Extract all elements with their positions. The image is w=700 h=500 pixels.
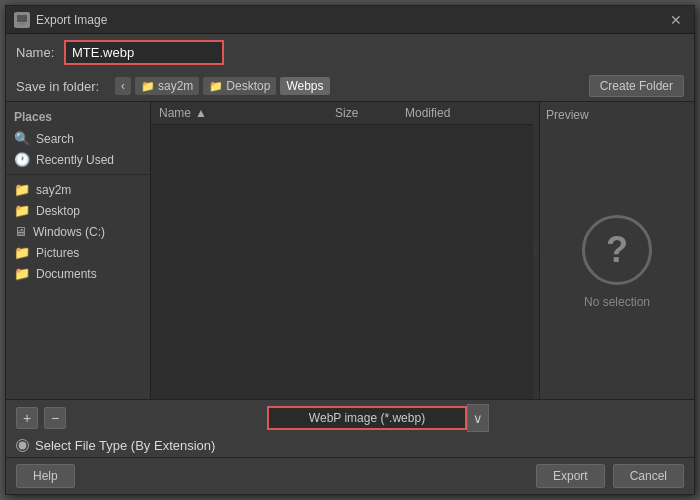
dialog-title: Export Image (36, 13, 107, 27)
breadcrumb-say2m-label: say2m (158, 79, 193, 93)
svg-rect-1 (17, 15, 27, 22)
sidebar-item-pictures-label: Pictures (36, 246, 79, 260)
sidebar-item-documents-label: Documents (36, 267, 97, 281)
main-area: Places 🔍 Search 🕐 Recently Used 📁 say2m … (6, 101, 694, 399)
folder-row: Save in folder: ‹ 📁 say2m 📁 Desktop Webp… (6, 71, 694, 101)
sidebar-item-search[interactable]: 🔍 Search (6, 128, 150, 149)
breadcrumb-desktop[interactable]: 📁 Desktop (203, 77, 276, 95)
sidebar-item-recently-used[interactable]: 🕐 Recently Used (6, 149, 150, 170)
app-icon (14, 12, 30, 28)
folder-icon: 📁 (209, 80, 223, 93)
sidebar-item-documents[interactable]: 📁 Documents (6, 263, 150, 284)
filename-input[interactable] (64, 40, 224, 65)
sort-asc-icon: ▲ (195, 106, 207, 120)
filetype-input[interactable] (267, 406, 467, 430)
footer-row: Help Export Cancel (6, 457, 694, 494)
remove-place-button[interactable]: − (44, 407, 66, 429)
sidebar: Places 🔍 Search 🕐 Recently Used 📁 say2m … (6, 102, 151, 399)
search-icon: 🔍 (14, 131, 30, 146)
filetype-selector: ∨ (72, 404, 684, 432)
file-area: Name ▲ Size Modified (151, 102, 533, 399)
sidebar-item-search-label: Search (36, 132, 74, 146)
sidebar-item-windows-c[interactable]: 🖥 Windows (C:) (6, 221, 150, 242)
no-selection-label: No selection (584, 295, 650, 309)
sidebar-header: Places (6, 108, 150, 128)
create-folder-button[interactable]: Create Folder (589, 75, 684, 97)
preview-placeholder-icon: ? (582, 215, 652, 285)
sidebar-divider (6, 174, 150, 175)
name-label: Name: (16, 45, 56, 60)
select-file-type-radio[interactable] (16, 439, 29, 452)
titlebar: Export Image ✕ (6, 6, 694, 34)
export-image-dialog: Export Image ✕ Name: Save in folder: ‹ 📁… (5, 5, 695, 495)
sidebar-item-windows-c-label: Windows (C:) (33, 225, 105, 239)
preview-panel: Preview ? No selection (539, 102, 694, 399)
add-place-button[interactable]: + (16, 407, 38, 429)
titlebar-left: Export Image (14, 12, 107, 28)
sidebar-item-desktop[interactable]: 📁 Desktop (6, 200, 150, 221)
sidebar-item-say2m[interactable]: 📁 say2m (6, 179, 150, 200)
column-modified: Modified (405, 106, 525, 120)
recently-used-icon: 🕐 (14, 152, 30, 167)
folder-icon: 📁 (141, 80, 155, 93)
breadcrumb-desktop-label: Desktop (226, 79, 270, 93)
column-size-label: Size (335, 106, 358, 120)
file-ext-row: Select File Type (By Extension) (6, 436, 694, 457)
folder-icon: 📁 (14, 266, 30, 281)
breadcrumb-say2m[interactable]: 📁 say2m (135, 77, 199, 95)
bottom-bar: + − ∨ (6, 399, 694, 436)
sidebar-item-pictures[interactable]: 📁 Pictures (6, 242, 150, 263)
export-button[interactable]: Export (536, 464, 605, 488)
sidebar-item-say2m-label: say2m (36, 183, 71, 197)
filetype-dropdown-button[interactable]: ∨ (467, 404, 489, 432)
folder-icon: 📁 (14, 245, 30, 260)
folder-icon: 📁 (14, 203, 30, 218)
preview-header: Preview (546, 108, 688, 122)
close-button[interactable]: ✕ (666, 12, 686, 28)
help-button[interactable]: Help (16, 464, 75, 488)
file-list[interactable] (151, 125, 533, 399)
select-file-type-label: Select File Type (By Extension) (35, 438, 215, 453)
svg-rect-2 (19, 23, 25, 25)
column-modified-label: Modified (405, 106, 450, 120)
file-list-header: Name ▲ Size Modified (151, 102, 533, 125)
sidebar-item-recently-used-label: Recently Used (36, 153, 114, 167)
preview-content: ? No selection (546, 130, 688, 393)
save-in-folder-label: Save in folder: (16, 79, 111, 94)
folder-icon: 📁 (14, 182, 30, 197)
breadcrumb-webps-label: Webps (286, 79, 323, 93)
cancel-button[interactable]: Cancel (613, 464, 684, 488)
name-row: Name: (6, 34, 694, 71)
drive-icon: 🖥 (14, 224, 27, 239)
breadcrumb-webps[interactable]: Webps (280, 77, 329, 95)
sidebar-item-desktop-label: Desktop (36, 204, 80, 218)
column-size: Size (335, 106, 405, 120)
column-name-label: Name (159, 106, 191, 120)
column-name[interactable]: Name ▲ (159, 106, 335, 120)
nav-back-button[interactable]: ‹ (115, 77, 131, 95)
